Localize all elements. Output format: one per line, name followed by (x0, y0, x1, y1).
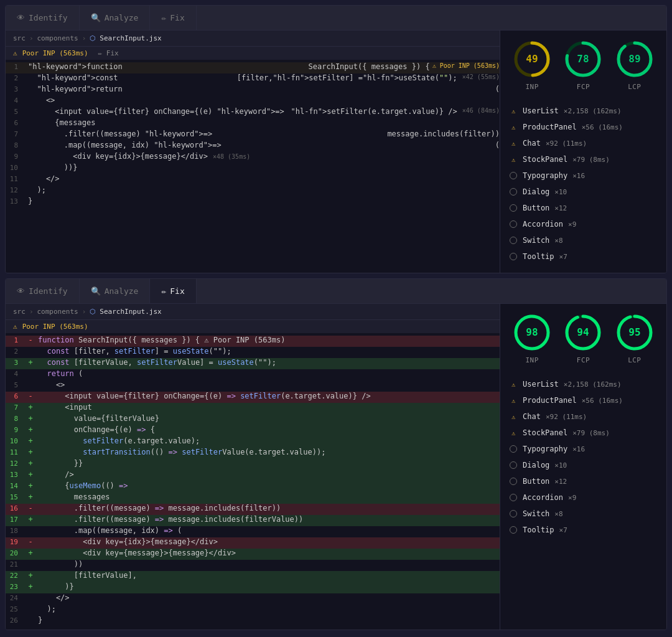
line-content: <> (26, 96, 500, 105)
component-list-item[interactable]: Dialog ×10 (506, 458, 660, 473)
component-list-item[interactable]: Dialog ×10 (506, 184, 660, 199)
component-list-item[interactable]: ⚠ UserList ×2,158 (162ms) (506, 377, 660, 392)
component-name: ProductPanel (523, 123, 577, 131)
component-list-item[interactable]: ⚠ StockPanel ×79 (8ms) (506, 152, 660, 167)
diff-plus: + (26, 358, 35, 367)
diff-plus: + (26, 571, 35, 580)
circle-icon (509, 509, 518, 518)
component-list-item[interactable]: Tooltip ×7 (506, 249, 660, 264)
diff-line-3: 4 return ( (6, 369, 500, 380)
component-name: Button (523, 204, 549, 212)
fix-link[interactable]: ✏️ Fix (98, 49, 119, 57)
tab-fix[interactable]: ✏️ Fix (150, 6, 196, 30)
component-name: Accordion (523, 220, 563, 229)
line-content: value={filterValue} (35, 414, 500, 423)
diff-minus: - (26, 392, 35, 400)
code-line-10: 11 </> (6, 174, 500, 186)
metric-label: FCP (577, 356, 590, 364)
diff-plus: + (26, 470, 35, 479)
line-content: "hl-keyword">function (26, 62, 309, 71)
component-count: ×9 (568, 220, 576, 229)
diff-line-21: 22 + [filterValue], (6, 571, 500, 582)
warning-icon: ⚠ (509, 380, 518, 389)
component-count: ×2,158 (162ms) (564, 380, 622, 389)
line-content: const [filterValue, setFilterValue] = us… (35, 358, 500, 367)
tab-identify[interactable]: 👁 Identify (6, 6, 80, 30)
component-count: ×79 (8ms) (572, 156, 610, 164)
tab-icon: 👁 (17, 286, 25, 296)
component-list-item[interactable]: Button ×12 (506, 201, 660, 215)
component-name: Chat (523, 139, 541, 148)
diff-plus: + (26, 459, 35, 468)
svg-text:49: 49 (526, 53, 538, 65)
metric-inp: 98 INP (512, 313, 552, 364)
breadcrumb-sep1: › (29, 308, 34, 316)
component-list-item[interactable]: Accordion ×9 (506, 490, 660, 505)
right-panel: 49 INP 78 FCP 89 LCP ⚠ UserList ×2,158 (… (500, 31, 666, 273)
line-content: }} (35, 459, 500, 468)
line-number: 10 (6, 163, 26, 172)
component-list-item[interactable]: Switch ×8 (506, 233, 660, 248)
line-number: 24 (6, 593, 26, 602)
component-count: ×12 (554, 478, 567, 486)
line-number: 12 (6, 459, 26, 468)
diff-plus: + (26, 549, 35, 557)
diff-line-15: 16 - .filter((message) => message.includ… (6, 504, 500, 515)
component-list-item[interactable]: ⚠ Chat ×92 (11ms) (506, 136, 660, 151)
component-name: Dialog (523, 187, 549, 196)
line-content: function SearchInput({ messages }) { ⚠ P… (35, 336, 500, 344)
warning-icon: ⚠ (509, 139, 518, 148)
tab-label: Fix (170, 13, 184, 22)
line-content: <input value={filter} onChange={(e) "hl-… (26, 107, 291, 116)
warning-icon: ⚠ (509, 155, 518, 164)
tab-fix[interactable]: ✏️ Fix (150, 279, 196, 303)
component-list-item[interactable]: ⚠ StockPanel ×79 (8ms) (506, 425, 660, 440)
line-content: .filter((message) => message.includes(fi… (35, 504, 500, 512)
diff-line-13: 14 + {useMemo(() => (6, 481, 500, 493)
line-number: 1 (6, 62, 26, 71)
component-list-item[interactable]: ⚠ ProductPanel ×56 (16ms) (506, 393, 660, 408)
component-list-item[interactable]: ⚠ UserList ×2,158 (162ms) (506, 103, 660, 118)
code-line-9: 10 ))} (6, 163, 500, 174)
line-content: [filterValue], (35, 571, 500, 580)
warning-icon: ⚠ (509, 123, 518, 131)
diff-line-8: 9 + onChange={(e) => { (6, 425, 500, 436)
tab-analyze[interactable]: 🔍 Analyze (80, 279, 151, 303)
tab-analyze[interactable]: 🔍 Analyze (80, 6, 151, 30)
line-content: )) (35, 560, 500, 569)
metric-label: LCP (628, 356, 641, 364)
diff-plus: + (26, 414, 35, 423)
component-count: ×10 (554, 188, 567, 196)
component-count: ×16 (572, 172, 585, 180)
svg-text:78: 78 (577, 53, 589, 65)
diff-plus: + (26, 515, 35, 524)
diff-line-0: 1 - function SearchInput({ messages }) {… (6, 336, 500, 347)
line-number: 8 (6, 414, 26, 423)
tab-icon: 🔍 (91, 13, 101, 22)
diff-line-19: 20 + <div key={message}>{message}</div> (6, 549, 500, 560)
panel-header: 👁 Identify 🔍 Analyze ✏️ Fix (6, 6, 666, 31)
line-content: <input value={filter} onChange={(e) => s… (35, 392, 500, 400)
line-content: <div key={message}>{message}</div> (35, 549, 500, 557)
circle-icon (509, 252, 518, 261)
component-list-item[interactable]: Typography ×16 (506, 168, 660, 183)
component-list-item[interactable]: Accordion ×9 (506, 217, 660, 232)
metric-label: INP (525, 356, 538, 364)
tab-identify[interactable]: 👁 Identify (6, 279, 80, 303)
component-list-item[interactable]: Switch ×8 (506, 506, 660, 521)
line-content: "hl-keyword">return (26, 85, 495, 93)
diff-line-17: 18 .map((message, idx) => ( (6, 526, 500, 537)
line-number: 13 (6, 470, 26, 479)
diff-minus: - (26, 336, 35, 344)
line-content: messages (35, 493, 500, 501)
component-list-item[interactable]: ⚠ ProductPanel ×56 (16ms) (506, 120, 660, 134)
component-list-item[interactable]: ⚠ Chat ×92 (11ms) (506, 409, 660, 424)
component-list-item[interactable]: Button ×12 (506, 474, 660, 489)
line-number: 3 (6, 85, 26, 93)
component-list-item[interactable]: Typography ×16 (506, 441, 660, 456)
line-content: <div key={idx}>{message}</div> (35, 537, 500, 546)
component-count: ×9 (568, 494, 576, 502)
component-name: Tooltip (523, 526, 554, 534)
line-content: "hl-keyword">const (26, 73, 237, 82)
component-list-item[interactable]: Tooltip ×7 (506, 522, 660, 537)
